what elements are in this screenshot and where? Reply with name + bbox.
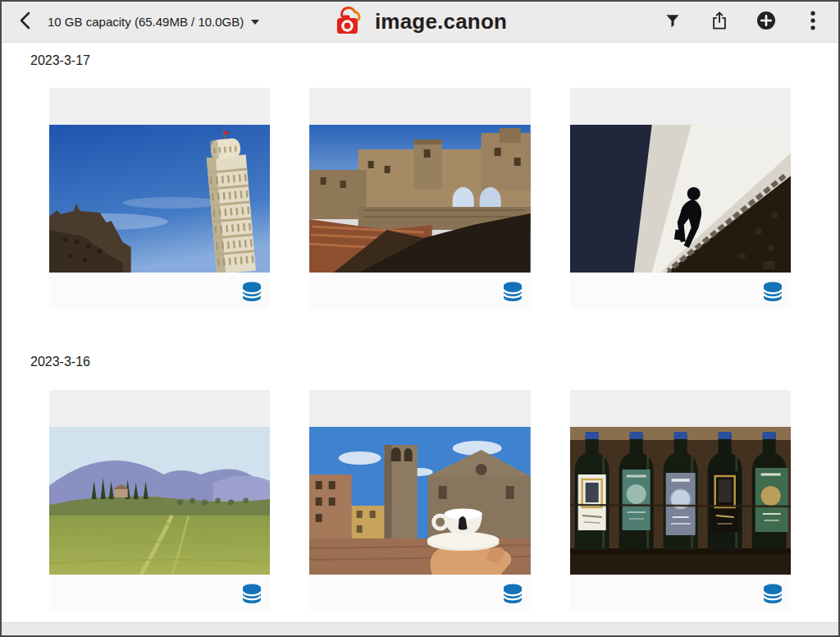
card-top-strip bbox=[49, 390, 270, 427]
date-section: 2023-3-16 bbox=[30, 355, 810, 612]
photo-thumbnail-espresso-piazza[interactable] bbox=[309, 427, 530, 575]
photo-card-pisa-tower[interactable] bbox=[49, 88, 270, 309]
database-icon bbox=[240, 583, 263, 604]
photo-thumbnail-pisa-tower[interactable] bbox=[49, 125, 270, 273]
photo-card-hill-town[interactable] bbox=[309, 88, 530, 309]
card-top-strip bbox=[49, 88, 270, 125]
date-heading: 2023-3-17 bbox=[30, 53, 810, 68]
photo-card-wine-bottles[interactable] bbox=[570, 390, 791, 612]
back-button[interactable] bbox=[13, 10, 38, 34]
brand-logo: image.canon bbox=[333, 5, 507, 39]
database-icon bbox=[240, 281, 263, 302]
brand-wordmark: image.canon bbox=[375, 9, 507, 34]
photo-card-espresso-piazza[interactable] bbox=[309, 390, 530, 612]
card-footer bbox=[49, 575, 270, 612]
caret-down-icon bbox=[251, 20, 259, 25]
kebab-menu-icon bbox=[810, 11, 815, 33]
horizontal-scrollbar-track[interactable] bbox=[2, 622, 838, 635]
chevron-left-icon bbox=[17, 11, 34, 32]
card-top-strip bbox=[309, 390, 530, 427]
card-top-strip bbox=[570, 88, 791, 125]
canon-camera-cloud-icon bbox=[333, 5, 368, 39]
photo-card-tuscany-field[interactable] bbox=[49, 390, 270, 612]
share-button[interactable] bbox=[709, 11, 730, 33]
photo-thumbnail-tuscany-field[interactable] bbox=[49, 427, 270, 575]
photo-grid bbox=[49, 390, 791, 612]
photo-thumbnail-hill-town[interactable] bbox=[309, 125, 530, 273]
share-icon bbox=[710, 11, 728, 33]
database-icon bbox=[501, 281, 524, 302]
photo-grid bbox=[49, 88, 791, 309]
card-footer bbox=[309, 575, 530, 612]
card-top-strip bbox=[570, 390, 791, 427]
card-top-strip bbox=[309, 88, 530, 125]
photo-gallery: 2023-3-17 bbox=[2, 53, 838, 612]
header-actions bbox=[662, 11, 824, 33]
add-button[interactable] bbox=[756, 11, 777, 33]
menu-button[interactable] bbox=[802, 11, 824, 33]
card-footer bbox=[309, 273, 530, 309]
capacity-label: 10 GB capacity (65.49MB / 10.0GB) bbox=[48, 15, 244, 29]
database-icon bbox=[761, 583, 784, 604]
card-footer bbox=[570, 273, 791, 309]
filter-funnel-icon bbox=[664, 12, 681, 31]
database-icon bbox=[761, 281, 784, 302]
photo-thumbnail-silhouette-steps[interactable] bbox=[570, 125, 791, 273]
card-footer bbox=[570, 575, 791, 612]
capacity-dropdown[interactable]: 10 GB capacity (65.49MB / 10.0GB) bbox=[48, 15, 259, 29]
date-section: 2023-3-17 bbox=[30, 53, 810, 309]
add-circle-icon bbox=[756, 11, 776, 33]
card-footer bbox=[49, 273, 270, 309]
database-icon bbox=[501, 583, 524, 604]
app-header: 10 GB capacity (65.49MB / 10.0GB) image.… bbox=[2, 2, 838, 43]
photo-card-silhouette-steps[interactable] bbox=[570, 88, 791, 309]
date-heading: 2023-3-16 bbox=[30, 355, 810, 369]
filter-button[interactable] bbox=[662, 11, 683, 33]
photo-thumbnail-wine-bottles[interactable] bbox=[570, 427, 791, 575]
